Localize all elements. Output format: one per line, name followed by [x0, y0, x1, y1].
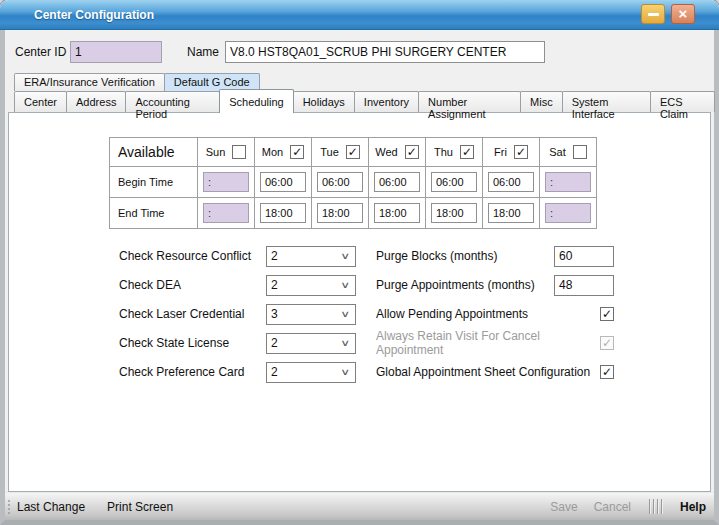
purge-settings-column: Purge Blocks (months)60Purge Appointment…: [376, 245, 614, 390]
center-id-label: Center ID: [15, 45, 66, 59]
purge-blocks-months-field[interactable]: 60: [554, 246, 614, 267]
name-label: Name: [187, 45, 219, 59]
print-screen-button[interactable]: Print Screen: [107, 500, 173, 514]
chevron-down-icon: ∨: [341, 367, 351, 377]
titlebar: Center Configuration ×: [0, 0, 719, 30]
check-state-license-dropdown[interactable]: 2∨: [266, 333, 356, 354]
day-header-thu: Thu✓: [426, 138, 483, 167]
purge-appointments-months-label: Purge Appointments (months): [376, 278, 554, 292]
check-resource-conflict-label: Check Resource Conflict: [119, 249, 266, 263]
begin-time-field-wed[interactable]: 06:00: [374, 172, 420, 192]
statusbar-grip: [5, 493, 13, 520]
center-configuration-window: Center Configuration × Center ID 1 Name …: [0, 0, 719, 525]
tab-holidays[interactable]: Holidays: [293, 91, 355, 112]
day-checkbox-sat[interactable]: [573, 145, 587, 159]
window-title: Center Configuration: [34, 8, 154, 22]
tab-inventory[interactable]: Inventory: [354, 91, 419, 112]
check-laser-credential-dropdown[interactable]: 3∨: [266, 304, 356, 325]
day-checkbox-sun[interactable]: [232, 145, 246, 159]
name-field[interactable]: V8.0 HST8QA01_SCRUB PHI SURGERY CENTER: [225, 41, 545, 63]
purge-appointments-months-field[interactable]: 48: [554, 275, 614, 296]
tab-center[interactable]: Center: [14, 91, 67, 112]
center-id-field: 1: [70, 41, 162, 63]
last-change-button[interactable]: Last Change: [17, 500, 85, 514]
tab-address[interactable]: Address: [66, 91, 126, 112]
check-preference-card-dropdown[interactable]: 2∨: [266, 362, 356, 383]
begin-time-label: Begin Time: [110, 167, 198, 198]
tab-number-assignment[interactable]: Number Assignment: [418, 91, 521, 112]
begin-time-field-thu[interactable]: 06:00: [431, 172, 477, 192]
always-retain-visit-for-cancel-appointment-label: Always Retain Visit For Cancel Appointme…: [376, 329, 600, 357]
close-icon: ×: [679, 6, 688, 21]
check-state-license-label: Check State License: [119, 336, 266, 350]
day-header-fri: Fri✓: [483, 138, 540, 167]
global-appointment-sheet-configuration-checkbox[interactable]: ✓: [600, 365, 614, 379]
allow-pending-appointments-label: Allow Pending Appointments: [376, 307, 600, 321]
help-button[interactable]: Help: [680, 500, 706, 514]
day-checkbox-mon[interactable]: ✓: [290, 145, 304, 159]
day-checkbox-thu[interactable]: ✓: [460, 145, 474, 159]
chevron-down-icon: ∨: [341, 280, 351, 290]
day-checkbox-fri[interactable]: ✓: [514, 145, 528, 159]
tab-strip-main: CenterAddressAccounting PeriodScheduling…: [14, 91, 714, 113]
check-laser-credential-label: Check Laser Credential: [119, 307, 266, 321]
save-button[interactable]: Save: [550, 500, 577, 514]
check-resource-conflict-dropdown[interactable]: 2∨: [266, 246, 356, 267]
day-label-sun: Sun: [206, 146, 226, 158]
begin-time-field-sun: :: [203, 172, 249, 192]
always-retain-visit-for-cancel-appointment-checkbox: ✓: [600, 336, 614, 350]
chevron-down-icon: ∨: [341, 251, 351, 261]
day-label-wed: Wed: [375, 146, 397, 158]
begin-time-field-tue[interactable]: 06:00: [317, 172, 363, 192]
window-body: Center ID 1 Name V8.0 HST8QA01_SCRUB PHI…: [0, 30, 719, 525]
check-dea-label: Check DEA: [119, 278, 266, 292]
purge-blocks-months-label: Purge Blocks (months): [376, 249, 554, 263]
end-time-field-tue[interactable]: 18:00: [317, 203, 363, 223]
day-checkbox-wed[interactable]: ✓: [405, 145, 419, 159]
day-label-tue: Tue: [320, 146, 339, 158]
day-header-tue: Tue✓: [312, 138, 369, 167]
end-time-field-sat: :: [545, 203, 591, 223]
begin-time-field-mon[interactable]: 06:00: [260, 172, 306, 192]
allow-pending-appointments-checkbox[interactable]: ✓: [600, 307, 614, 321]
begin-time-field-sat: :: [545, 172, 591, 192]
tab-era-insurance-verification[interactable]: ERA/Insurance Verification: [14, 73, 165, 91]
chevron-down-icon: ∨: [341, 338, 351, 348]
tab-scheduling[interactable]: Scheduling: [219, 89, 293, 113]
end-time-label: End Time: [110, 198, 198, 229]
status-bar: Last ChangePrint Screen Save Cancel Help: [5, 492, 714, 520]
global-appointment-sheet-configuration-label: Global Appointment Sheet Configuration: [376, 365, 600, 379]
end-time-field-sun: :: [203, 203, 249, 223]
check-preference-card-label: Check Preference Card: [119, 365, 266, 379]
close-button[interactable]: ×: [671, 4, 695, 24]
tab-accounting-period[interactable]: Accounting Period: [125, 91, 220, 112]
day-header-sun: Sun: [198, 138, 255, 167]
toolbar-separator-grip: [649, 499, 662, 514]
scheduling-tab-panel: AvailableSunMon✓Tue✓Wed✓Thu✓Fri✓SatBegin…: [8, 112, 711, 492]
day-label-fri: Fri: [494, 146, 507, 158]
tab-ecs-claim[interactable]: ECS Claim: [650, 91, 715, 112]
day-header-sat: Sat: [540, 138, 597, 167]
day-label-sat: Sat: [549, 146, 566, 158]
day-label-mon: Mon: [262, 146, 283, 158]
availability-header-label: Available: [110, 138, 198, 167]
day-checkbox-tue[interactable]: ✓: [346, 145, 360, 159]
check-settings-column: Check Resource Conflict2∨Check DEA2∨Chec…: [119, 245, 356, 390]
tab-misc[interactable]: Misc: [520, 91, 563, 112]
minimize-button[interactable]: [641, 4, 665, 24]
cancel-button[interactable]: Cancel: [594, 500, 631, 514]
chevron-down-icon: ∨: [341, 309, 351, 319]
day-label-thu: Thu: [434, 146, 453, 158]
end-time-field-fri[interactable]: 18:00: [488, 203, 534, 223]
tab-system-interface[interactable]: System Interface: [562, 91, 651, 112]
availability-table: AvailableSunMon✓Tue✓Wed✓Thu✓Fri✓SatBegin…: [109, 137, 597, 229]
end-time-field-wed[interactable]: 18:00: [374, 203, 420, 223]
day-header-mon: Mon✓: [255, 138, 312, 167]
day-header-wed: Wed✓: [369, 138, 426, 167]
end-time-field-thu[interactable]: 18:00: [431, 203, 477, 223]
end-time-field-mon[interactable]: 18:00: [260, 203, 306, 223]
begin-time-field-fri[interactable]: 06:00: [488, 172, 534, 192]
minimize-icon: [648, 13, 659, 16]
check-dea-dropdown[interactable]: 2∨: [266, 275, 356, 296]
